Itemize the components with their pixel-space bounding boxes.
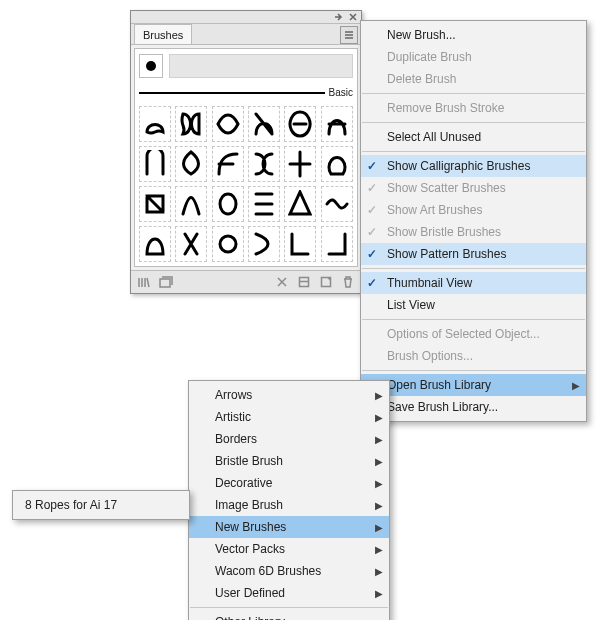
new-brush-icon[interactable] [319, 275, 333, 289]
menu-separator [362, 370, 585, 371]
brush-thumbnail[interactable] [284, 106, 316, 142]
brush-thumbnail[interactable] [175, 146, 207, 182]
library-menu-item[interactable]: Arrows▶ [189, 384, 389, 406]
brush-thumbnail[interactable] [175, 226, 207, 262]
collapse-icon[interactable] [333, 12, 345, 22]
section-label: Basic [325, 87, 353, 98]
flyout-menu-item[interactable]: ✓Thumbnail View [361, 272, 586, 294]
brush-thumbnail[interactable] [212, 226, 244, 262]
flyout-menu-item: Options of Selected Object... [361, 323, 586, 345]
brush-thumbnail[interactable] [248, 106, 280, 142]
menu-item-label: Borders [215, 432, 257, 446]
brush-thumbnail[interactable] [139, 106, 171, 142]
flyout-menu-item[interactable]: Save Brush Library... [361, 396, 586, 418]
menu-separator [362, 268, 585, 269]
flyout-menu-item[interactable]: List View [361, 294, 586, 316]
flyout-menu-item[interactable]: Open Brush Library▶ [361, 374, 586, 396]
brush-thumbnail[interactable] [139, 226, 171, 262]
panel-flyout-menu: New Brush...Duplicate BrushDelete BrushR… [360, 20, 587, 422]
menu-item-label: List View [387, 298, 435, 312]
brush-thumbnail[interactable] [248, 146, 280, 182]
submenu-arrow-icon: ▶ [375, 412, 383, 423]
library-menu-icon[interactable] [137, 275, 151, 289]
submenu-arrow-icon: ▶ [572, 380, 580, 391]
menu-item-label: New Brush... [387, 28, 456, 42]
flyout-menu-item[interactable]: Select All Unused [361, 126, 586, 148]
menu-item-label: Thumbnail View [387, 276, 472, 290]
flyout-menu-item: Brush Options... [361, 345, 586, 367]
menu-item-label: Show Bristle Brushes [387, 225, 501, 239]
close-icon[interactable] [347, 12, 359, 22]
menu-separator [362, 319, 585, 320]
check-icon: ✓ [367, 159, 381, 173]
brush-thumbnail[interactable] [212, 106, 244, 142]
library-menu-item[interactable]: New Brushes▶ [189, 516, 389, 538]
brush-thumbnail[interactable] [212, 186, 244, 222]
library-menu-item[interactable]: User Defined▶ [189, 582, 389, 604]
menu-separator [190, 607, 388, 608]
flyout-menu-item[interactable]: New Brush... [361, 24, 586, 46]
menu-item-label: Open Brush Library [387, 378, 491, 392]
submenu-arrow-icon: ▶ [375, 544, 383, 555]
menu-item-label: Brush Options... [387, 349, 473, 363]
flyout-menu-item: ✓Show Art Brushes [361, 199, 586, 221]
brush-thumbnail[interactable] [284, 226, 316, 262]
submenu-arrow-icon: ▶ [375, 434, 383, 445]
brush-thumbnail[interactable] [248, 226, 280, 262]
menu-item-label: Show Calligraphic Brushes [387, 159, 530, 173]
brush-thumbnail[interactable] [175, 106, 207, 142]
submenu-arrow-icon: ▶ [375, 390, 383, 401]
library-menu-item[interactable]: Wacom 6D Brushes▶ [189, 560, 389, 582]
brush-thumbnail[interactable] [248, 186, 280, 222]
delete-icon[interactable] [341, 275, 355, 289]
tab-brushes[interactable]: Brushes [134, 24, 192, 44]
flyout-menu-item[interactable]: ✓Show Pattern Brushes [361, 243, 586, 265]
menu-item-label: Select All Unused [387, 130, 481, 144]
flyout-menu-item: Remove Brush Stroke [361, 97, 586, 119]
menu-item-label: Show Scatter Brushes [387, 181, 506, 195]
submenu-arrow-icon: ▶ [375, 456, 383, 467]
panel-body: Basic [134, 48, 358, 267]
menu-item-label: Other Library... [215, 615, 294, 620]
check-icon: ✓ [367, 203, 381, 217]
brush-thumbnail[interactable] [284, 146, 316, 182]
brush-thumbnail[interactable] [321, 186, 353, 222]
submenu-arrow-icon: ▶ [375, 500, 383, 511]
library-leaf-item[interactable]: 8 Ropes for Ai 17 [13, 494, 189, 516]
submenu-arrow-icon: ▶ [375, 588, 383, 599]
library-menu-item[interactable]: Decorative▶ [189, 472, 389, 494]
menu-separator [362, 122, 585, 123]
brush-thumbnail[interactable] [175, 186, 207, 222]
options-icon[interactable] [297, 275, 311, 289]
menu-separator [362, 151, 585, 152]
brush-thumbnail[interactable] [139, 186, 171, 222]
menu-item-label: 8 Ropes for Ai 17 [25, 498, 117, 512]
brush-thumbnail[interactable] [321, 226, 353, 262]
brush-thumbnail[interactable] [321, 146, 353, 182]
section-divider: Basic [139, 87, 353, 98]
panel-flyout-button[interactable] [340, 26, 358, 44]
current-brush-swatch[interactable] [139, 54, 163, 78]
submenu-arrow-icon: ▶ [375, 566, 383, 577]
remove-stroke-icon[interactable] [275, 275, 289, 289]
menu-item-label: Image Brush [215, 498, 283, 512]
menu-item-label: Show Pattern Brushes [387, 247, 506, 261]
library-menu-item[interactable]: Artistic▶ [189, 406, 389, 428]
libraries-icon[interactable] [159, 275, 173, 289]
tab-label: Brushes [143, 29, 183, 41]
library-menu-item[interactable]: Borders▶ [189, 428, 389, 450]
flyout-menu-item[interactable]: ✓Show Calligraphic Brushes [361, 155, 586, 177]
menu-item-label: Duplicate Brush [387, 50, 472, 64]
brush-thumbnail[interactable] [284, 186, 316, 222]
current-brush-row [139, 53, 353, 79]
divider-line [139, 92, 325, 94]
library-menu-item[interactable]: Other Library... [189, 611, 389, 620]
brush-library-submenu: Arrows▶Artistic▶Borders▶Bristle Brush▶De… [188, 380, 390, 620]
brush-thumbnail[interactable] [321, 106, 353, 142]
library-menu-item[interactable]: Image Brush▶ [189, 494, 389, 516]
brush-thumbnail[interactable] [212, 146, 244, 182]
library-menu-item[interactable]: Vector Packs▶ [189, 538, 389, 560]
brush-thumbnail[interactable] [139, 146, 171, 182]
library-menu-item[interactable]: Bristle Brush▶ [189, 450, 389, 472]
menu-item-label: Artistic [215, 410, 251, 424]
